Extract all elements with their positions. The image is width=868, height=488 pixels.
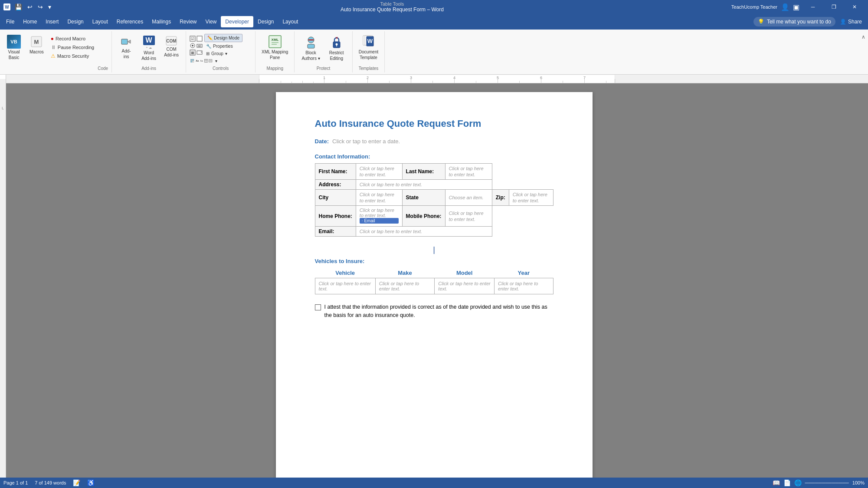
home-phone-value[interactable]: Click or tap here to enter text. · Email	[356, 206, 402, 227]
protect-items: Block Authors ▾ ✕ Restrict Editing	[298, 33, 348, 64]
block-authors-button[interactable]: Block Authors ▾	[298, 34, 323, 63]
checkbox-icon-2	[197, 36, 203, 42]
restrict-editing-button[interactable]: ✕ Restrict Editing	[324, 34, 349, 63]
address-value[interactable]: Click or tap here to enter text.	[356, 180, 492, 190]
share-button[interactable]: 👤 Share	[835, 17, 866, 26]
word-add-ins-button[interactable]: W + ☁ Word Add-ins	[138, 34, 160, 63]
accessibility-icon[interactable]: ♿	[87, 479, 95, 485]
svg-rect-35	[308, 44, 314, 48]
menu-layout[interactable]: Layout	[88, 16, 112, 27]
customize-button[interactable]: ▾	[46, 3, 53, 11]
templates-group-label: Templates	[359, 64, 379, 71]
contact-table: First Name: Click or tap here to enter t…	[315, 163, 554, 237]
svg-text:2: 2	[367, 76, 369, 80]
read-mode-icon[interactable]: 📖	[773, 479, 780, 485]
form-icon	[209, 58, 212, 64]
menu-design[interactable]: Design	[63, 16, 88, 27]
legacy-tools-button[interactable]: ▾	[213, 58, 252, 64]
svg-point-10	[192, 45, 193, 46]
combo-icon	[197, 49, 203, 56]
window-controls: ─ ❐ ✕	[803, 0, 865, 14]
svg-rect-8	[197, 36, 202, 41]
code-group-label: Code	[98, 64, 108, 71]
vehicles-data-row: Click or tap here to enter text. Click o…	[315, 278, 553, 294]
tell-me-input[interactable]: 💡 Tell me what you want to do	[753, 17, 835, 26]
last-name-value[interactable]: Click or tap here to enter text.	[445, 164, 492, 180]
macros-label: Macros	[29, 49, 44, 54]
xml-mapping-pane-button[interactable]: XML XML Mapping Pane	[259, 33, 291, 62]
table-row: Address: Click or tap here to enter text…	[315, 180, 553, 190]
zip-value[interactable]: Click or tap here to enter text.	[509, 190, 553, 206]
menu-insert[interactable]: Insert	[41, 16, 63, 27]
print-layout-icon[interactable]: 📄	[783, 479, 791, 485]
undo-button[interactable]: ↩	[26, 3, 34, 11]
zoom-level: 100%	[852, 480, 865, 485]
redo-button[interactable]: ↪	[36, 3, 45, 11]
web-layout-icon[interactable]: 🌐	[794, 479, 802, 485]
menu-view[interactable]: View	[201, 16, 221, 27]
form-title: Auto Insurance Quote Request Form	[315, 118, 554, 129]
ribbon-display-button[interactable]: ▣	[793, 3, 799, 11]
menu-design2[interactable]: Design	[253, 16, 278, 27]
city-value[interactable]: Click or tap here to enter text.	[356, 190, 402, 206]
com-add-ins-button[interactable]: COM COM Add-ins	[160, 34, 182, 59]
menu-mailings[interactable]: Mailings	[147, 16, 175, 27]
contact-section-title: Contact Information:	[315, 153, 554, 160]
menu-developer[interactable]: Developer	[221, 16, 253, 27]
aa2-icon: Aa	[200, 58, 203, 64]
year-col-header: Year	[495, 268, 554, 278]
macros-button[interactable]: M Macros	[26, 33, 47, 56]
title-bar: W 💾 ↩ ↪ ▾ Table Tools Auto Insurance Quo…	[0, 0, 868, 14]
table-row: Email: Click or tap here to enter text.	[315, 227, 553, 237]
add-ins-button[interactable]: Add- ins	[115, 34, 137, 61]
pause-recording-button[interactable]: ⏸ Pause Recording	[49, 43, 96, 51]
mobile-phone-value[interactable]: Click or tap here to enter text.	[445, 206, 492, 227]
menu-home[interactable]: Home	[19, 16, 41, 27]
profile-icon[interactable]: 👤	[781, 3, 789, 11]
vehicle-cell[interactable]: Click or tap here to enter text.	[315, 278, 375, 294]
properties-button[interactable]: 🔧 Properties	[204, 43, 242, 49]
protect-group-label: Protect	[317, 64, 331, 71]
document-title: Auto Insurance Quote Request Form – Word	[341, 7, 444, 13]
model-cell[interactable]: Click or tap here to enter text.	[435, 278, 495, 294]
address-label: Address:	[315, 180, 356, 190]
attestation-checkbox[interactable]	[315, 304, 321, 310]
first-name-value[interactable]: Click or tap here to enter text.	[356, 164, 402, 180]
save-button[interactable]: 💾	[13, 3, 24, 11]
make-cell[interactable]: Click or tap here to enter text.	[375, 278, 435, 294]
quick-access-toolbar: 💾 ↩ ↪ ▾	[13, 3, 53, 11]
zip-label: Zip:	[492, 190, 509, 206]
ribbon-collapse-button[interactable]: ∧	[859, 33, 868, 41]
svg-text:6: 6	[540, 76, 542, 80]
design-mode-icon: ✏️	[207, 36, 213, 40]
restrict-editing-label: Restrict	[329, 50, 344, 55]
year-cell[interactable]: Click or tap here to enter text.	[495, 278, 554, 294]
menu-file[interactable]: File	[2, 16, 19, 27]
record-macro-button[interactable]: ● Record Macro	[49, 35, 96, 43]
svg-text:M: M	[34, 39, 39, 45]
design-mode-button[interactable]: ✏️ Design Mode	[204, 34, 242, 42]
zoom-controls: ─────────────	[805, 480, 849, 485]
table-row: Home Phone: Click or tap here to enter t…	[315, 206, 553, 227]
ruler: 1 2 3 4 5 6 7	[0, 75, 868, 83]
title-center: Table Tools Auto Insurance Quote Request…	[53, 1, 731, 13]
menu-references[interactable]: References	[112, 16, 147, 27]
mapping-group-label: Mapping	[267, 64, 283, 71]
svg-rect-18	[193, 59, 194, 60]
date-value[interactable]: Click or tap to enter a date.	[332, 138, 400, 145]
ribbon-group-addins: Add- ins W + ☁ Word Add-ins COM	[112, 31, 186, 73]
email-value[interactable]: Click or tap here to enter text.	[356, 227, 492, 237]
document-template-button[interactable]: W Document Template	[356, 33, 381, 62]
svg-rect-17	[191, 59, 192, 60]
menu-layout2[interactable]: Layout	[278, 16, 302, 27]
close-button[interactable]: ✕	[845, 0, 865, 14]
group-button[interactable]: ⊞ Group ▾	[204, 50, 242, 57]
restore-button[interactable]: ❐	[824, 0, 844, 14]
visual-basic-button[interactable]: VB Visual Basic	[3, 33, 24, 62]
menu-review[interactable]: Review	[175, 16, 201, 27]
macro-security-button[interactable]: ⚠ Macro Security	[49, 52, 96, 60]
minimize-button[interactable]: ─	[803, 0, 823, 14]
proofing-icon[interactable]: 📝	[73, 479, 80, 485]
addins-items: Add- ins W + ☁ Word Add-ins COM	[115, 33, 182, 64]
state-value[interactable]: Choose an item.	[445, 190, 492, 206]
